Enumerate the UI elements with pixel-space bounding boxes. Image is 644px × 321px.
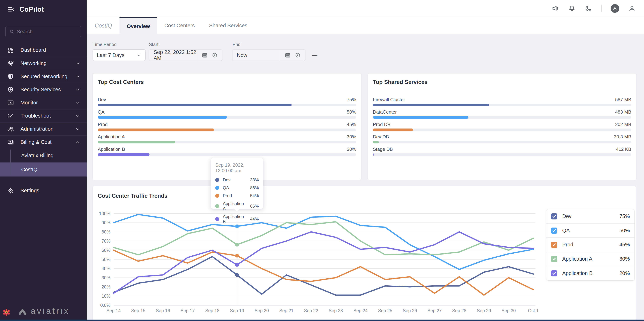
monitor-icon bbox=[7, 100, 14, 106]
progress-row-label: Stage DB bbox=[373, 146, 393, 152]
calendar-icon[interactable] bbox=[202, 52, 208, 58]
progress-row-value: 75% bbox=[347, 97, 356, 102]
dashboard-icon bbox=[7, 47, 14, 54]
series-dot-icon bbox=[215, 178, 219, 182]
legend-checkbox[interactable] bbox=[551, 242, 557, 248]
legend-checkbox[interactable] bbox=[551, 270, 557, 276]
tab-cost-centers[interactable]: Cost Centers bbox=[157, 17, 202, 34]
tooltip-series-value: 33% bbox=[250, 178, 259, 182]
background-window-strip bbox=[0, 320, 644, 321]
tooltip-series-name: Prod bbox=[223, 193, 246, 198]
sidebar-item-billing-cost[interactable]: Billing & Cost bbox=[0, 135, 86, 148]
sidebar-item-administration[interactable]: Administration bbox=[0, 122, 86, 135]
top-shared-services-card: Top Shared Services Firewall Cluster 587… bbox=[368, 73, 636, 180]
tooltip-series-name: Application B bbox=[223, 214, 246, 224]
shield-plus-icon bbox=[7, 86, 14, 93]
progress-fill bbox=[373, 153, 374, 156]
legend-row-application-b[interactable]: Application B 20% bbox=[546, 266, 634, 280]
shield-half-icon bbox=[7, 73, 14, 80]
progress-fill bbox=[98, 104, 292, 106]
collapse-sidebar-icon[interactable] bbox=[7, 6, 15, 13]
sidebar-item-costiq[interactable]: CostIQ bbox=[0, 162, 86, 176]
sidebar-item-networking[interactable]: Networking bbox=[0, 56, 86, 70]
search-input[interactable] bbox=[17, 29, 77, 34]
sidebar-item-security-services[interactable]: Security Services bbox=[0, 83, 86, 96]
user-profile-icon[interactable] bbox=[628, 5, 636, 12]
legend-row-application-a[interactable]: Application A 30% bbox=[546, 252, 634, 266]
legend-checkbox[interactable] bbox=[551, 213, 557, 220]
progress-row-label: Application B bbox=[98, 146, 125, 152]
tooltip-row: QA 86% bbox=[211, 184, 263, 192]
calendar-icon[interactable] bbox=[284, 52, 291, 58]
progress-row-label: Firewall Cluster bbox=[373, 97, 405, 102]
progress-row: Application A 30% bbox=[98, 133, 356, 146]
legend-label: Prod bbox=[562, 242, 614, 248]
sidebar-item-dashboard[interactable]: Dashboard bbox=[0, 44, 86, 56]
clock-icon[interactable] bbox=[295, 52, 301, 58]
tooltip-rows: Dev 33% QA 86% Prod 54% Application A 66… bbox=[211, 176, 263, 226]
time-period-select[interactable]: Last 7 Days bbox=[92, 50, 146, 61]
tab-overview[interactable]: Overview bbox=[120, 17, 157, 34]
sidebar-item-secured-networking[interactable]: Secured Networking bbox=[0, 70, 86, 83]
sidebar-submenu: Aviatrix BillingCostIQ bbox=[0, 148, 86, 176]
series-dot-icon bbox=[215, 186, 219, 190]
sidebar-item-settings[interactable]: Settings bbox=[0, 184, 86, 197]
tooltip-series-name: Dev bbox=[223, 178, 246, 182]
legend-value: 45% bbox=[620, 242, 630, 248]
clock-icon[interactable] bbox=[212, 52, 218, 58]
cost-centers-rows: Dev 75% QA 50% Prod 45% Application A 30… bbox=[98, 96, 356, 158]
progress-row: DataCenter 483 MB bbox=[373, 108, 631, 120]
end-datetime-input[interactable]: Now bbox=[232, 50, 306, 61]
search-icon bbox=[9, 29, 14, 34]
progress-row: Dev 75% bbox=[98, 96, 356, 108]
legend-row-dev[interactable]: Dev 75% bbox=[546, 210, 634, 224]
progress-fill bbox=[98, 153, 150, 156]
tooltip-series-value: 44% bbox=[250, 216, 259, 222]
chart-title: Cost Center Traffic Trends bbox=[98, 193, 168, 199]
header-divider bbox=[601, 5, 602, 12]
aviatrix-logo-icon[interactable] bbox=[610, 4, 619, 13]
announcements-icon[interactable] bbox=[552, 5, 559, 12]
users-icon bbox=[7, 126, 14, 132]
sidebar-item-troubleshoot[interactable]: Troubleshoot bbox=[0, 109, 86, 122]
legend-checkbox[interactable] bbox=[551, 256, 557, 262]
progress-track bbox=[98, 104, 356, 106]
legend-value: 30% bbox=[620, 256, 630, 262]
sidebar-item-aviatrix-billing[interactable]: Aviatrix Billing bbox=[0, 148, 86, 162]
legend-row-qa[interactable]: QA 50% bbox=[546, 224, 634, 238]
flower-cursor-icon bbox=[2, 308, 10, 316]
progress-row-label: Application A bbox=[98, 134, 125, 140]
progress-track bbox=[98, 128, 356, 131]
card-title: Top Cost Centers bbox=[98, 79, 144, 85]
progress-track bbox=[98, 141, 356, 144]
legend-checkbox[interactable] bbox=[551, 228, 557, 234]
progress-row-label: Dev bbox=[98, 97, 106, 102]
tab-shared-services[interactable]: Shared Services bbox=[202, 17, 254, 34]
chevron-down-icon bbox=[75, 126, 80, 132]
top-header bbox=[86, 0, 644, 17]
progress-row-value: 412 KB bbox=[616, 146, 631, 152]
progress-row-value: 50% bbox=[347, 109, 356, 115]
sidebar-item-label: Secured Networking bbox=[20, 74, 75, 80]
sidebar-item-label: Monitor bbox=[20, 100, 75, 106]
progress-row-value: 202 MB bbox=[615, 122, 631, 127]
progress-row: Dev DB 30.3 MB bbox=[373, 133, 631, 146]
tooltip-series-value: 86% bbox=[250, 185, 259, 190]
start-value: Sep 22, 2022 1:52 AM bbox=[149, 49, 197, 61]
sidebar-item-monitor[interactable]: Monitor bbox=[0, 96, 86, 109]
aviatrix-footer-logo: aviatrix bbox=[0, 306, 86, 316]
chevron-down-icon bbox=[75, 74, 80, 79]
dark-mode-moon-icon[interactable] bbox=[585, 5, 592, 12]
legend-label: Application A bbox=[562, 256, 614, 262]
header-actions bbox=[552, 0, 636, 17]
legend-row-prod[interactable]: Prod 45% bbox=[546, 238, 634, 252]
chevron-up-icon bbox=[75, 140, 80, 145]
chevron-down-icon bbox=[75, 113, 80, 118]
gear-icon bbox=[7, 187, 14, 194]
start-datetime-input[interactable]: Sep 22, 2022 1:52 AM bbox=[149, 50, 222, 61]
tooltip-series-value: 66% bbox=[250, 204, 259, 209]
sidebar-item-label: Administration bbox=[20, 126, 75, 132]
notifications-bell-icon[interactable] bbox=[568, 5, 576, 12]
progress-track bbox=[373, 104, 631, 106]
progress-track bbox=[98, 116, 356, 118]
